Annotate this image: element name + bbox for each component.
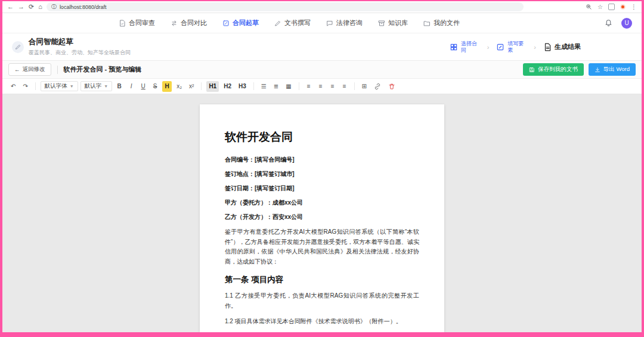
- nav-item-contract-compare[interactable]: 合同对比: [171, 18, 207, 27]
- document-toolbar: ← 返回修改 软件开发合同 - 预览与编辑 保存到我的文书 导出 Word: [2, 61, 642, 79]
- recording-indicator-icon[interactable]: [620, 4, 626, 10]
- pen-icon: [274, 20, 281, 27]
- heading2-button[interactable]: H2: [221, 81, 234, 92]
- nav-item-contract-review[interactable]: 合同审查: [119, 18, 155, 27]
- contract-title: 软件开发合同: [225, 129, 419, 145]
- zoom-icon[interactable]: [586, 4, 592, 10]
- nav-item-label: 合同审查: [129, 18, 155, 27]
- nav-item-label: 法律咨询: [336, 18, 363, 27]
- chevron-right-icon: ›: [487, 44, 490, 51]
- page-title: 合同智能起草: [29, 37, 131, 47]
- nav-item-legal-consult[interactable]: 法律咨询: [326, 18, 363, 27]
- section-heading: 第一条 项目内容: [225, 274, 419, 285]
- editor-canvas: 软件开发合同 合同编号：[填写合同编号] 签订地点：[填写签订城市] 签订日期：…: [2, 94, 642, 332]
- chevron-down-icon: ▼: [70, 84, 74, 88]
- address-bar[interactable]: ⓘ localhost:8080/draft: [47, 2, 524, 11]
- divider: [57, 66, 58, 74]
- section-paragraph: 1.1 乙方接受甲方委托，负责AI大模型RAG知识问答系统的完整开发工作。: [225, 291, 419, 311]
- contract-field: 乙方（开发方）：西安xx公司: [225, 213, 419, 221]
- highlight-color-button[interactable]: H: [162, 81, 172, 92]
- page-subtitle: 覆盖民事、商业、劳动、知产等全场景合同: [29, 49, 131, 57]
- site-info-icon[interactable]: ⓘ: [51, 3, 57, 11]
- link-icon[interactable]: [371, 81, 383, 92]
- back-arrow-icon: ←: [14, 66, 20, 73]
- step-fill-elements[interactable]: 填写要素: [496, 41, 527, 54]
- export-button-label: 导出 Word: [603, 66, 630, 73]
- font-family-select[interactable]: 默认字体 ▼: [41, 81, 78, 91]
- url-text: localhost:8080/draft: [60, 4, 107, 10]
- image-icon[interactable]: ▦: [283, 81, 293, 92]
- nav-item-contract-draft[interactable]: 合同起草: [222, 18, 259, 27]
- step-label: 选择合同: [461, 41, 480, 54]
- table-icon[interactable]: ⊞: [360, 81, 369, 92]
- app-navbar: 合同审查 合同对比 合同起草 文书撰写 法律咨询: [2, 13, 642, 33]
- editor-toolbar: ↶ ↷ 默认字体 ▼ 默认字 ▼ B I U S H x₂ x² H1 H2 H…: [2, 79, 642, 94]
- bullet-list-icon[interactable]: ☰: [259, 81, 269, 92]
- chevron-down-icon: ▼: [104, 84, 108, 88]
- bold-button[interactable]: B: [114, 81, 124, 92]
- nav-item-label: 合同起草: [233, 18, 259, 27]
- document-page[interactable]: 软件开发合同 合同编号：[填写合同编号] 签订地点：[填写签订城市] 签订日期：…: [200, 104, 444, 332]
- redo-button[interactable]: ↷: [20, 81, 30, 92]
- underline-button[interactable]: U: [138, 81, 148, 92]
- nav-item-label: 文书撰写: [284, 18, 311, 27]
- font-size-value: 默认字: [85, 82, 102, 90]
- divider: [201, 82, 202, 90]
- align-left-icon[interactable]: ≡: [304, 81, 314, 92]
- delete-trash-icon[interactable]: [386, 81, 398, 92]
- browser-home-button[interactable]: ⌂: [38, 4, 42, 10]
- numbered-list-icon[interactable]: ≣: [271, 81, 281, 92]
- divider: [299, 82, 299, 90]
- export-word-button[interactable]: 导出 Word: [589, 63, 636, 76]
- align-right-icon[interactable]: ≡: [328, 81, 338, 92]
- back-to-edit-button[interactable]: ← 返回修改: [8, 63, 51, 76]
- align-center-icon[interactable]: ≡: [316, 81, 326, 92]
- contract-preamble: 鉴于甲方有意委托乙方开发AI大模型RAG知识问答系统（以下简称“本软件”），乙方…: [225, 227, 419, 267]
- browser-menu-icon[interactable]: ⋮: [631, 4, 637, 10]
- grid-icon: [450, 43, 458, 51]
- nav-item-document-writing[interactable]: 文书撰写: [274, 18, 311, 27]
- chevron-right-icon: ›: [534, 44, 536, 51]
- step-indicator: 选择合同 › 填写要素 › 生成结果: [450, 41, 632, 54]
- heading3-button[interactable]: H3: [236, 81, 249, 92]
- align-justify-icon[interactable]: ≡: [340, 81, 349, 92]
- step-label: 填写要素: [507, 41, 527, 54]
- download-icon: [595, 67, 600, 73]
- step-select-contract[interactable]: 选择合同: [450, 41, 480, 54]
- save-to-my-docs-button[interactable]: 保存到我的文书: [523, 63, 584, 76]
- document-title-label: 软件开发合同 - 预览与编辑: [64, 65, 142, 74]
- step-label: 生成结果: [555, 44, 581, 50]
- nav-item-knowledge-base[interactable]: 知识库: [378, 18, 408, 27]
- edit-square-icon: [496, 43, 504, 51]
- bookmark-star-icon[interactable]: ☆: [597, 4, 603, 10]
- save-button-label: 保存到我的文书: [538, 66, 578, 73]
- notification-bell-icon[interactable]: [605, 18, 612, 29]
- contract-field: 甲方（委托方）：成都xx公司: [225, 199, 419, 207]
- nav-item-my-files[interactable]: 我的文件: [423, 18, 460, 27]
- browser-back-button[interactable]: ←: [7, 4, 14, 10]
- font-size-select[interactable]: 默认字 ▼: [80, 81, 112, 91]
- chat-icon: [326, 20, 333, 27]
- divider: [253, 82, 254, 90]
- draft-logo-icon: [12, 41, 24, 53]
- heading1-button[interactable]: H1: [206, 81, 219, 92]
- contract-field: 签订地点：[填写签订城市]: [225, 170, 419, 178]
- step-generate-result[interactable]: 生成结果: [543, 43, 581, 51]
- italic-button[interactable]: I: [126, 81, 136, 92]
- edit-square-icon: [222, 20, 230, 27]
- archive-icon: [378, 20, 385, 27]
- user-avatar[interactable]: U: [621, 18, 632, 29]
- compare-icon: [171, 20, 178, 27]
- back-button-label: 返回修改: [23, 66, 45, 73]
- doc-check-icon: [119, 20, 126, 27]
- undo-button[interactable]: ↶: [8, 81, 18, 92]
- document-icon: [543, 43, 552, 51]
- browser-forward-button[interactable]: →: [18, 4, 24, 10]
- save-icon: [529, 67, 535, 73]
- strikethrough-button[interactable]: S: [150, 81, 160, 92]
- subscript-button[interactable]: x₂: [174, 81, 184, 92]
- extension-icon[interactable]: [608, 4, 615, 10]
- browser-refresh-button[interactable]: ⟳: [29, 4, 34, 10]
- superscript-button[interactable]: x²: [187, 81, 196, 92]
- screen: ← → ⟳ ⌂ ⓘ localhost:8080/draft ☆ ⋮ 合同审查: [0, 0, 644, 337]
